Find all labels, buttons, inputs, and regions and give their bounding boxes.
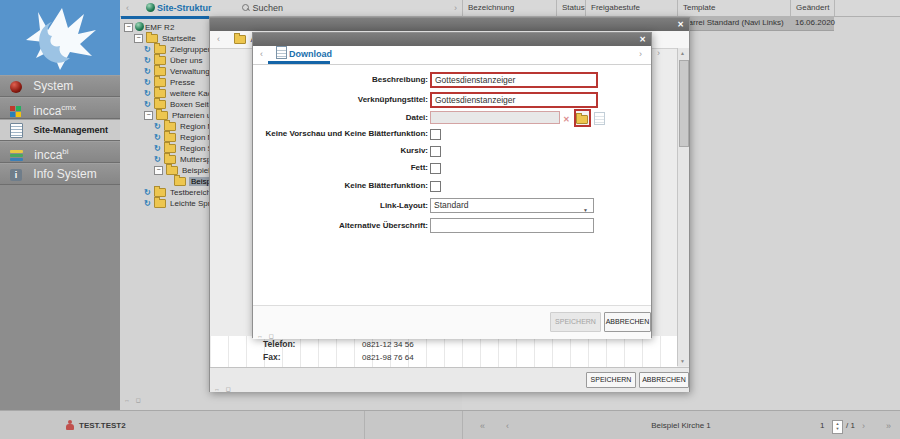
tree-node-beispiel[interactable]: −Beispiel: [120, 165, 209, 176]
beschreibung-input[interactable]: Gottesdienstanzeiger: [430, 72, 598, 88]
tree-node-label: Über uns: [169, 56, 202, 65]
scroll-down-icon[interactable]: ▼: [680, 358, 685, 364]
column-header-template[interactable]: Template: [677, 0, 790, 16]
list-header: Bezeichnung Status Freigabestufe Templat…: [462, 0, 900, 17]
column-header-freigabestufe[interactable]: Freigabestufe: [585, 0, 677, 16]
tree-node-label: EMF R2: [144, 23, 174, 32]
document-icon: [276, 46, 287, 59]
editor-titlebar[interactable]: ✕: [210, 18, 689, 31]
tree-node-beispiel-ki[interactable]: Beispiel Ki: [120, 176, 209, 187]
column-header-geaendert-am[interactable]: Geändert am: [790, 0, 834, 16]
sidebar-item-system[interactable]: System: [0, 75, 120, 97]
tree-node-zielgruppen[interactable]: ↻Zielgruppen: [120, 44, 209, 55]
remove-file-icon: ✕: [563, 113, 570, 126]
sidebar-item-site-management[interactable]: Site-Management: [0, 119, 120, 141]
tree-node-muttersprach[interactable]: ↻Muttersprach: [120, 154, 209, 165]
editor-scrollbar[interactable]: ▲ ▼: [677, 48, 689, 366]
column-header-bezeichnung[interactable]: Bezeichnung: [462, 0, 556, 16]
save-button[interactable]: SPEICHERN: [586, 372, 636, 388]
folder-icon: [154, 67, 166, 76]
tree-node-verwaltung[interactable]: ↻Verwaltung: [120, 66, 209, 77]
folder-icon: [164, 155, 176, 164]
sidebar-item-incca-bi[interactable]: inccabi: [0, 141, 120, 163]
collapse-icon[interactable]: −: [154, 166, 163, 175]
info-icon: i: [10, 169, 22, 181]
alternative-ueberschrift-input[interactable]: [430, 218, 594, 233]
tree-node-emf-r2[interactable]: −EMF R2: [120, 22, 209, 33]
sidebar-item-label: inccacmx: [33, 104, 76, 118]
tab-scroll-right-icon[interactable]: ›: [657, 48, 660, 58]
kursiv-checkbox[interactable]: [430, 146, 441, 157]
tree-node-region-süd[interactable]: ↻Region Süd: [120, 143, 209, 154]
sync-icon: ↻: [144, 88, 153, 99]
folder-icon: [164, 122, 176, 131]
keine-vorschau-label: Keine Vorschau und Keine Blätterfunktion…: [255, 128, 428, 139]
fett-checkbox[interactable]: [430, 163, 441, 174]
tree-node-region-nord[interactable]: ↻Region Nord: [120, 132, 209, 143]
tree-node-presse[interactable]: ↻Presse: [120, 77, 209, 88]
choose-file-button[interactable]: [574, 109, 591, 127]
tab-suchen[interactable]: Suchen: [242, 3, 283, 13]
window-resize-grip[interactable]: ↔ ◻: [214, 385, 233, 392]
document-icon: [10, 123, 23, 138]
keine-blaetterfunktion-label: Keine Blätterfunktion:: [255, 180, 428, 191]
collapse-icon[interactable]: −: [124, 23, 133, 32]
tabs-scroll-left-icon[interactable]: ‹: [126, 3, 129, 13]
search-icon: [242, 4, 250, 12]
modal-titlebar[interactable]: ✕: [253, 33, 651, 46]
save-button[interactable]: SPEICHERN: [550, 312, 601, 332]
scroll-up-icon[interactable]: ▲: [680, 50, 685, 56]
tree-node-über-uns[interactable]: ↻Über uns: [120, 55, 209, 66]
sidebar-item-info-system[interactable]: i Info System: [0, 163, 120, 185]
tree-node-label: weitere Kacheln: [169, 89, 209, 98]
column-header-status[interactable]: Status: [556, 0, 585, 16]
tree-node-weitere-kacheln[interactable]: ↻weitere Kacheln: [120, 88, 209, 99]
tab-site-struktur[interactable]: Site-Struktur: [146, 3, 215, 13]
tree-node-label: Beispiel: [181, 166, 209, 175]
collapse-icon[interactable]: −: [134, 34, 143, 43]
tabs-scroll-right-icon[interactable]: ›: [454, 0, 457, 16]
tree-node-pfarreien-und-p[interactable]: −Pfarreien und P: [120, 110, 209, 121]
folder-icon: [154, 100, 166, 109]
cancel-button[interactable]: ABBRECHEN: [604, 312, 651, 332]
close-icon[interactable]: ✕: [639, 35, 646, 44]
field-label: Telefon:: [263, 339, 295, 349]
last-page-icon[interactable]: »: [886, 420, 891, 432]
tree-node-region-münc[interactable]: ↻Region Münc: [120, 121, 209, 132]
sync-icon: ↻: [144, 66, 153, 77]
tree-node-label: Boxen Seitenen: [169, 100, 209, 109]
sidebar-item-incca-cmx[interactable]: inccacmx: [0, 97, 120, 119]
sync-icon: ↻: [144, 99, 153, 110]
editor-footer: SPEICHERN ABBRECHEN ↔ ◻: [210, 367, 689, 392]
collapse-icon[interactable]: −: [144, 111, 153, 120]
alternative-ueberschrift-label: Alternative Überschrift:: [255, 218, 428, 233]
tree-node-boxen-seitenen[interactable]: ↻Boxen Seitenen: [120, 99, 209, 110]
tree-node-startseite[interactable]: −Startseite: [120, 33, 209, 44]
clear-file-icon: [594, 111, 605, 125]
keine-vorschau-checkbox[interactable]: [430, 129, 441, 140]
system-icon: [10, 81, 22, 93]
close-icon[interactable]: ✕: [677, 20, 684, 29]
scrollbar-thumb[interactable]: [679, 60, 689, 147]
tree-node-label: Zielgruppen: [169, 45, 209, 54]
tab-scroll-left-icon[interactable]: ‹: [217, 34, 220, 44]
page-spinner[interactable]: ▲▼: [832, 420, 843, 434]
tree-node-label: Presse: [169, 78, 195, 87]
verknuepfungstitel-input[interactable]: Gottesdienstanzeiger: [430, 92, 598, 108]
tree-node-testbereich[interactable]: ↻Testbereich: [120, 187, 209, 198]
cancel-button[interactable]: ABBRECHEN: [639, 372, 689, 388]
folder-icon: [146, 34, 158, 43]
window-resize-grip[interactable]: ↔ ◻: [257, 332, 276, 339]
tab-scroll-right-icon[interactable]: ›: [639, 46, 642, 63]
tree-node-leichte-sprache[interactable]: ↻Leichte Sprache: [120, 198, 209, 209]
keine-blaetterfunktion-checkbox[interactable]: [430, 181, 441, 192]
tab-download[interactable]: Download: [276, 49, 333, 59]
tree-node-label: Beispiel Ki: [189, 177, 209, 186]
tab-scroll-left-icon[interactable]: ‹: [260, 49, 263, 59]
folder-icon: [164, 144, 176, 153]
tree-hscroll-icon[interactable]: ↔ ◻: [124, 396, 143, 403]
folder-icon: [174, 177, 186, 186]
next-page-icon[interactable]: ›: [862, 420, 865, 432]
link-layout-select[interactable]: Standard ▼: [430, 198, 594, 213]
page-total: / 1: [846, 420, 855, 432]
